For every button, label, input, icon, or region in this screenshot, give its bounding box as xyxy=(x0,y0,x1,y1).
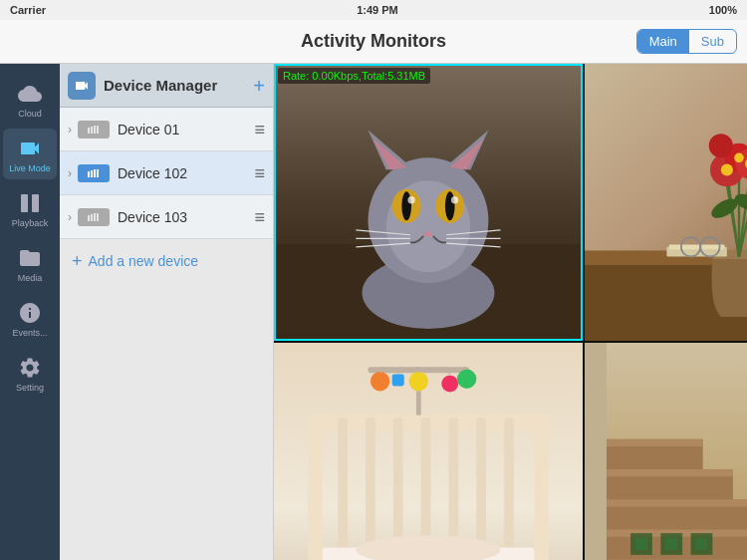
svg-point-27 xyxy=(407,196,414,203)
sidebar-item-playback[interactable]: Playback xyxy=(3,183,57,234)
svg-rect-11 xyxy=(91,214,93,221)
live-mode-label: Live Mode xyxy=(9,163,51,173)
device-103-name: Device 103 xyxy=(118,209,254,225)
svg-rect-8 xyxy=(94,169,96,177)
sidebar-item-setting[interactable]: Setting xyxy=(3,348,57,399)
svg-rect-94 xyxy=(607,469,733,476)
add-device-row[interactable]: + Add a new device xyxy=(60,239,273,283)
device-sidebar: Device Manager + › Device 01 ≡ › xyxy=(60,64,274,560)
gear-icon xyxy=(18,356,42,380)
camera-content: Rate: 0.00Kbps,Total:5.31MB xyxy=(274,64,747,560)
svg-rect-56 xyxy=(669,244,725,249)
svg-rect-9 xyxy=(97,169,99,177)
camera-cell-4[interactable] xyxy=(585,343,747,560)
device-102-chevron: › xyxy=(68,166,72,180)
svg-point-53 xyxy=(734,152,744,162)
device-01-name: Device 01 xyxy=(118,122,254,138)
device-102-status-indicator xyxy=(78,164,110,182)
playback-icon xyxy=(18,191,42,215)
svg-rect-4 xyxy=(94,126,96,134)
svg-rect-66 xyxy=(366,418,375,560)
svg-rect-13 xyxy=(97,213,99,221)
main-toggle-button[interactable]: Main xyxy=(637,30,689,53)
page-title: Activity Monitors xyxy=(301,31,446,52)
svg-rect-92 xyxy=(607,499,747,506)
device-manager-icon xyxy=(68,72,96,100)
svg-rect-63 xyxy=(308,416,323,560)
left-navigation: Cloud Live Mode Playback Media xyxy=(0,64,60,560)
svg-point-26 xyxy=(445,191,455,220)
svg-rect-10 xyxy=(88,215,90,221)
device-102-menu-icon[interactable]: ≡ xyxy=(254,164,265,182)
media-label: Media xyxy=(18,273,43,283)
svg-point-79 xyxy=(441,376,458,393)
time-label: 1:49 PM xyxy=(357,4,398,16)
stairs-image xyxy=(585,343,747,560)
svg-rect-71 xyxy=(504,418,514,560)
device-103-chevron: › xyxy=(68,210,72,224)
baby-image xyxy=(274,343,583,560)
rate-overlay: Rate: 0.00Kbps,Total:5.31MB xyxy=(278,68,430,84)
camera-cell-2[interactable] xyxy=(585,64,747,341)
add-device-icon: + xyxy=(72,251,83,272)
svg-rect-1 xyxy=(32,194,39,212)
svg-rect-64 xyxy=(534,416,549,560)
camera-cell-1[interactable]: Rate: 0.00Kbps,Total:5.31MB xyxy=(274,64,583,341)
cloud-icon xyxy=(18,82,42,106)
svg-point-51 xyxy=(709,134,733,157)
svg-rect-6 xyxy=(88,171,90,177)
playback-label: Playback xyxy=(12,218,49,228)
camera-grid: Rate: 0.00Kbps,Total:5.31MB xyxy=(274,64,747,560)
device-manager-header: Device Manager + xyxy=(60,64,273,108)
folder-icon xyxy=(18,246,42,270)
device-item-102[interactable]: › Device 102 ≡ xyxy=(60,151,273,195)
svg-rect-104 xyxy=(635,538,647,550)
device-01-chevron: › xyxy=(68,123,72,137)
svg-rect-105 xyxy=(665,538,677,550)
svg-point-28 xyxy=(451,196,458,203)
device-01-menu-icon[interactable]: ≡ xyxy=(254,121,265,139)
svg-rect-77 xyxy=(392,375,404,387)
add-device-label: Add a new device xyxy=(89,253,199,269)
setting-label: Setting xyxy=(16,383,44,393)
device-item-01[interactable]: › Device 01 ≡ xyxy=(60,108,273,151)
camera-icon xyxy=(18,137,42,160)
svg-point-78 xyxy=(409,372,428,391)
cloud-label: Cloud xyxy=(18,109,42,119)
svg-rect-7 xyxy=(91,170,93,177)
flowers-image xyxy=(585,64,747,341)
sidebar-item-media[interactable]: Media xyxy=(3,238,57,289)
svg-rect-106 xyxy=(695,538,707,550)
sub-toggle-button[interactable]: Sub xyxy=(689,30,736,53)
cat-image xyxy=(274,64,583,341)
svg-rect-12 xyxy=(94,213,96,221)
svg-rect-96 xyxy=(607,439,703,446)
svg-point-52 xyxy=(721,163,733,175)
device-item-103[interactable]: › Device 103 ≡ xyxy=(60,195,273,239)
svg-point-25 xyxy=(401,191,411,220)
svg-rect-5 xyxy=(97,126,99,134)
svg-rect-70 xyxy=(476,418,486,560)
add-device-plus-button[interactable]: + xyxy=(253,76,265,96)
events-label: Events... xyxy=(12,328,47,338)
device-103-menu-icon[interactable]: ≡ xyxy=(254,208,265,226)
sidebar-item-events[interactable]: Events... xyxy=(3,293,57,344)
sidebar-item-live-mode[interactable]: Live Mode xyxy=(3,129,57,179)
camera-cell-3[interactable] xyxy=(274,343,583,560)
main-sub-toggle[interactable]: Main Sub xyxy=(636,29,737,54)
svg-point-76 xyxy=(371,372,389,391)
battery-label: 100% xyxy=(709,4,737,16)
svg-rect-3 xyxy=(91,127,93,134)
info-icon xyxy=(18,301,42,325)
device-102-name: Device 102 xyxy=(118,165,254,181)
svg-rect-0 xyxy=(21,194,28,212)
main-container: Cloud Live Mode Playback Media xyxy=(0,64,747,560)
svg-point-80 xyxy=(457,370,476,389)
status-bar: Carrier 1:49 PM 100% xyxy=(0,0,747,20)
svg-rect-65 xyxy=(338,418,348,560)
carrier-label: Carrier xyxy=(10,4,46,16)
device-manager-title: Device Manager xyxy=(104,77,245,94)
svg-rect-115 xyxy=(585,343,607,560)
sidebar-item-cloud[interactable]: Cloud xyxy=(3,74,57,125)
svg-rect-2 xyxy=(88,128,90,134)
